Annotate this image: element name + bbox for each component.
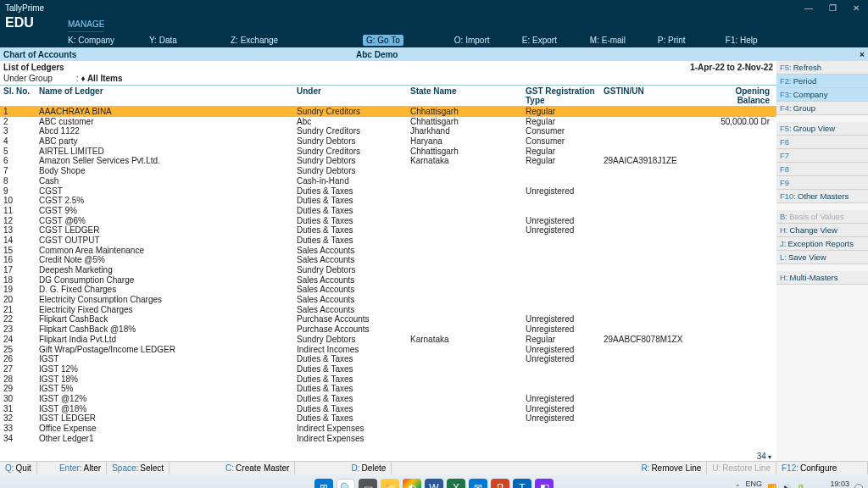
ledger-row[interactable]: 29IGST 5%Duties & Taxes — [0, 384, 776, 394]
ledger-row[interactable]: 2ABC customerAbcChhattisgarhRegular50,00… — [0, 117, 776, 127]
explorer-icon[interactable]: 📁 — [381, 479, 399, 488]
menu-export[interactable]: E: Export — [522, 36, 590, 45]
ledger-row[interactable]: 3Abcd 1122Sundry CreditorsJharkhandConsu… — [0, 126, 776, 136]
tray-lang[interactable]: ENG — [745, 480, 762, 488]
btn-create[interactable]: C:Create Master — [220, 462, 295, 474]
menu-import[interactable]: O: Import — [454, 36, 522, 45]
ledger-row[interactable]: 14CGST OUTPUTDuties & Taxes — [0, 236, 776, 246]
menu-goto[interactable]: G: Go To — [363, 35, 403, 46]
side-action[interactable]: F4:Group — [776, 102, 868, 115]
ledger-row[interactable]: 21Electricity Fixed ChargesSales Account… — [0, 305, 776, 315]
ledger-row[interactable]: 7Body ShopeSundry Debtors — [0, 166, 776, 176]
menu-exchange[interactable]: Z: Exchange — [231, 36, 312, 45]
ribbon-title: Chart of Accounts — [0, 50, 856, 59]
btn-select[interactable]: Space:Select — [107, 462, 170, 474]
manage-tab[interactable]: MANAGE — [68, 19, 104, 32]
side-action[interactable]: L:Save View — [776, 251, 868, 264]
ledger-row[interactable]: 4ABC partySundry DebtorsHaryanaConsumer — [0, 136, 776, 147]
ledger-row[interactable]: 28IGST 18%Duties & Taxes — [0, 374, 776, 385]
menu-email[interactable]: M: E-mail — [590, 36, 658, 45]
btn-restore-line: U:Restore Line — [707, 462, 776, 474]
side-action[interactable]: H:Change View — [776, 224, 868, 237]
ledger-row[interactable]: 19D. G. Fixed ChargesSales Accounts — [0, 285, 776, 295]
ribbon-close-icon[interactable]: × — [856, 50, 868, 59]
ledger-row[interactable]: 25Gift Wrap/Postage/Income LEDGERIndirec… — [0, 345, 776, 355]
side-action[interactable]: J:Exception Reports — [776, 237, 868, 251]
ledger-row[interactable]: 16Credit Note @5%Sales Accounts — [0, 255, 776, 265]
side-action[interactable]: F2:Period — [776, 75, 868, 88]
taskview-icon[interactable]: ▭ — [359, 479, 377, 488]
btn-quit[interactable]: Q:Quit — [0, 462, 37, 474]
side-action[interactable]: F5:Group View — [776, 122, 868, 136]
ledger-row[interactable]: 31IGST @18%Duties & TaxesUnregistered — [0, 404, 776, 414]
tray-chevron-icon[interactable]: ˄ — [736, 484, 740, 488]
close-icon[interactable]: ✕ — [844, 0, 868, 15]
menu-print[interactable]: P: Print — [658, 36, 726, 45]
ledger-row[interactable]: 13CGST LEDGERDuties & TaxesUnregistered — [0, 225, 776, 236]
ppt-icon[interactable]: P — [491, 479, 509, 488]
window-titlebar: TallyPrime — ❐ ✕ — [0, 0, 868, 15]
side-action[interactable]: F3:Company — [776, 88, 868, 102]
ledger-row[interactable]: 6Amazon Seller Services Pvt.Ltd.Sundry D… — [0, 156, 776, 166]
ledger-row[interactable]: 8CashCash-in-Hand — [0, 176, 776, 186]
row-count: 34 — [0, 452, 776, 461]
ledger-row[interactable]: 11CGST 9%Duties & Taxes — [0, 206, 776, 216]
product-name: TallyPrime — [0, 3, 797, 13]
notification-icon[interactable] — [854, 484, 863, 488]
tally-icon[interactable]: T — [513, 479, 531, 488]
tray-time[interactable]: 19:03 — [830, 480, 849, 488]
bottom-shortcut-bar: Q:Quit Enter:Alter Space:Select C:Create… — [0, 461, 868, 474]
col-under: Under — [297, 86, 410, 105]
edition-label: EDU — [0, 15, 68, 32]
minimize-icon[interactable]: — — [797, 0, 821, 15]
menu-company[interactable]: K: Company — [68, 36, 149, 45]
ledger-rows[interactable]: 1AAACHRAYA BINASundry CreditorsChhattisg… — [0, 107, 776, 452]
btn-alter[interactable]: Enter:Alter — [54, 462, 107, 474]
under-group-value: ♦ All Items — [81, 74, 122, 83]
side-action: F7 — [776, 149, 868, 163]
maximize-icon[interactable]: ❐ — [821, 0, 844, 15]
ledger-row[interactable]: 9CGSTDuties & TaxesUnregistered — [0, 186, 776, 197]
battery-icon[interactable]: 🔋 — [796, 484, 805, 488]
ledger-row[interactable]: 18DG Consumption ChargeSales Accounts — [0, 275, 776, 286]
ledger-row[interactable]: 20Electricity Consumption ChargesSales A… — [0, 295, 776, 305]
ledger-row[interactable]: 30IGST @12%Duties & TaxesUnregistered — [0, 394, 776, 404]
side-action[interactable]: F10:Other Masters — [776, 190, 868, 203]
ledger-row[interactable]: 22Flipkart CashBackPurchase AccountsUnre… — [0, 314, 776, 324]
btn-delete[interactable]: D:Delete — [346, 462, 392, 474]
ledger-row[interactable]: 17Deepesh MarketingSundry Debtors — [0, 265, 776, 275]
ledger-row[interactable]: 33Office ExpenseIndirect Expenses — [0, 424, 776, 434]
chrome-icon[interactable]: ◐ — [403, 479, 421, 488]
brand-row: EDU MANAGE — [0, 15, 868, 32]
col-balance: Opening Balance — [702, 86, 773, 105]
system-tray[interactable]: ˄ ENGUS 📶 🔊 🔋 19:0302-11-2022 — [736, 480, 863, 488]
menu-help[interactable]: F1: Help — [726, 36, 776, 45]
ledger-row[interactable]: 1AAACHRAYA BINASundry CreditorsChhattisg… — [0, 107, 776, 117]
ledger-row[interactable]: 12CGST @6%Duties & TaxesUnregistered — [0, 216, 776, 226]
menu-data[interactable]: Y: Data — [149, 36, 231, 45]
ledger-row[interactable]: 23Flipkart CashBack @18%Purchase Account… — [0, 324, 776, 335]
under-group-label: Under Group — [3, 74, 53, 83]
ledger-row[interactable]: 32IGST LEDGERDuties & TaxesUnregistered — [0, 413, 776, 424]
search-icon[interactable]: 🔍 — [337, 479, 355, 488]
side-action[interactable]: F5:Refresh — [776, 61, 868, 75]
windows-taskbar[interactable]: ⊞ 🔍 ▭ 📁 ◐ W X ✉ P T ◧ ˄ ENGUS 📶 🔊 🔋 19:0… — [0, 474, 868, 488]
excel-icon[interactable]: X — [447, 479, 465, 488]
btn-configure[interactable]: F12:Configure — [776, 462, 868, 474]
ledger-row[interactable]: 24Flipkart India Pvt.LtdSundry DebtorsKa… — [0, 335, 776, 345]
ledger-row[interactable]: 5AIRTEL LIMITEDSundry CreditorsChhattisg… — [0, 147, 776, 157]
btn-remove-line[interactable]: R:Remove Line — [636, 462, 707, 474]
ledger-row[interactable]: 34Other Ledger1Indirect Expenses — [0, 434, 776, 444]
taskbar-apps[interactable]: ⊞ 🔍 ▭ 📁 ◐ W X ✉ P T ◧ — [314, 479, 554, 488]
wifi-icon[interactable]: 📶 — [767, 484, 776, 488]
ledger-row[interactable]: 10CGST 2.5%Duties & Taxes — [0, 196, 776, 206]
ledger-row[interactable]: 15Common Area MaintenanceSales Accounts — [0, 246, 776, 256]
volume-icon[interactable]: 🔊 — [782, 484, 791, 488]
ledger-row[interactable]: 27IGST 12%Duties & Taxes — [0, 364, 776, 374]
outlook-icon[interactable]: ✉ — [469, 479, 487, 488]
side-action[interactable]: H:Multi-Masters — [776, 271, 868, 285]
app-icon[interactable]: ◧ — [535, 479, 554, 488]
ledger-row[interactable]: 26IGSTDuties & TaxesUnregistered — [0, 354, 776, 364]
start-icon[interactable]: ⊞ — [314, 479, 333, 488]
word-icon[interactable]: W — [425, 479, 443, 488]
